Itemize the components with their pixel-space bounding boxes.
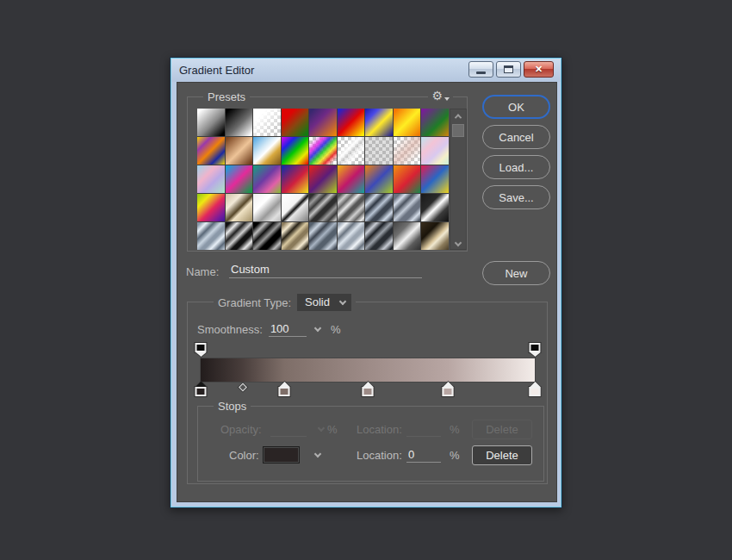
opacity-stops-row	[201, 343, 535, 358]
cancel-button[interactable]: Cancel	[482, 125, 550, 149]
opacity-label: Opacity:	[220, 423, 262, 436]
window-title: Gradient Editor	[179, 64, 254, 77]
opacity-location-label: Location:	[357, 423, 402, 436]
preset-tile-silver[interactable]	[253, 194, 281, 221]
save-button[interactable]: Save...	[482, 185, 550, 209]
preset-tile-violet-to-orange[interactable]	[309, 109, 337, 136]
ok-button[interactable]: OK	[482, 95, 550, 119]
preset-tile-yellow-violet-orange-blue[interactable]	[197, 137, 225, 165]
chevron-down-icon[interactable]	[314, 451, 321, 457]
preset-tile-spectrum[interactable]	[282, 137, 309, 165]
color-stop-25[interactable]	[279, 382, 290, 396]
preset-tile-transparent-rainbow[interactable]	[309, 137, 337, 165]
preset-tile-purple-green-orange[interactable]	[421, 109, 449, 136]
preset-tile-steel-blue[interactable]	[394, 194, 421, 221]
preset-tile-transparent-stripes[interactable]	[338, 137, 365, 165]
preset-tile-slate-chrome[interactable]	[309, 222, 337, 250]
color-stops-row	[201, 382, 535, 399]
smoothness-row: Smoothness: %	[197, 321, 340, 337]
color-stop-100[interactable]	[530, 382, 541, 396]
delete-color-stop-button[interactable]: Delete	[472, 445, 532, 465]
gradient-type-select[interactable]: Solid	[297, 294, 351, 311]
dialog-body: Presets ⚙ OK Cancel Load... Save... Name…	[177, 82, 557, 502]
color-swatch[interactable]	[263, 446, 300, 464]
gradient-type-label: Gradient Type:	[218, 296, 291, 309]
preset-tile-steel-blue-dark[interactable]	[365, 194, 393, 221]
preset-tile-white-to-black[interactable]	[197, 109, 225, 136]
preset-tile-steel-gray[interactable]	[338, 194, 365, 221]
opacity-unit: %	[327, 423, 338, 436]
preset-tile-copper[interactable]	[226, 137, 253, 165]
gear-icon: ⚙	[431, 89, 443, 103]
preset-tile-dark-silver-stripes[interactable]	[365, 222, 393, 250]
preset-tile-blue-yellow-blue[interactable]	[365, 109, 393, 136]
preset-tile-black-to-white[interactable]	[226, 109, 253, 136]
midpoint-diamond[interactable]	[239, 383, 247, 392]
color-stop-74[interactable]	[443, 382, 454, 396]
preset-tile-chrome[interactable]	[282, 194, 309, 221]
delete-opacity-stop-button: Delete	[472, 420, 532, 439]
preset-tile-bw-chrome[interactable]	[226, 222, 253, 250]
preset-tile-blue-red-yellow-2[interactable]	[282, 165, 309, 193]
opacity-input	[270, 422, 307, 437]
chevron-down-icon[interactable]	[314, 325, 321, 332]
color-location-label: Location:	[357, 449, 402, 462]
load-button[interactable]: Load...	[482, 155, 550, 179]
color-location-input[interactable]	[406, 448, 441, 463]
chevron-up-icon	[455, 114, 462, 121]
stops-group: Stops Opacity: % Location: % Delete Colo…	[197, 406, 544, 482]
gradient-type-value: Solid	[305, 296, 330, 308]
minimize-button[interactable]	[468, 61, 493, 78]
preset-tile-pastel-rainbow[interactable]	[197, 165, 225, 193]
preset-tile-black-white-band[interactable]	[421, 194, 449, 221]
chevron-down-icon	[339, 297, 346, 304]
preset-tile-lime-yellow-red-violet[interactable]	[197, 194, 225, 221]
color-label: Color:	[229, 449, 259, 462]
gradient-preview-bar[interactable]	[201, 358, 535, 382]
preset-tile-blue-red-yellow[interactable]	[338, 109, 365, 136]
close-button[interactable]: ✕	[524, 61, 554, 78]
preset-tile-transparent[interactable]	[365, 137, 393, 165]
preset-tile-red-violet-lime[interactable]	[309, 165, 337, 193]
preset-tile-silver-blue-stripes[interactable]	[338, 222, 365, 250]
gradient-editor-dialog: Gradient Editor ✕ Presets ⚙ OK Cancel Lo…	[170, 57, 562, 508]
preset-tile-red-to-green[interactable]	[282, 109, 309, 136]
preset-tile-black-silver[interactable]	[253, 222, 281, 250]
smoothness-unit: %	[331, 323, 341, 336]
maximize-button[interactable]	[496, 61, 521, 78]
presets-scrollbar[interactable]	[450, 109, 467, 250]
color-location-unit: %	[450, 449, 460, 462]
preset-tile-red-blue-yellow[interactable]	[421, 165, 449, 193]
close-icon: ✕	[535, 64, 543, 75]
opacity-stop-0[interactable]	[195, 343, 207, 357]
preset-tile-teal-purple-pink-green[interactable]	[253, 165, 281, 193]
scrollbar-thumb[interactable]	[452, 124, 464, 137]
preset-tile-orange-blue-lime[interactable]	[365, 165, 393, 193]
name-input[interactable]	[229, 260, 422, 278]
preset-tile-white-to-transparent[interactable]	[253, 109, 281, 136]
smoothness-input[interactable]	[269, 321, 307, 337]
preset-tile-orange-yellow-orange[interactable]	[394, 109, 421, 136]
preset-tile-transparent-rose[interactable]	[394, 137, 421, 165]
presets-menu-button[interactable]: ⚙	[428, 89, 453, 103]
preset-tile-blue-chrome[interactable]	[197, 222, 225, 250]
scroll-down-button[interactable]	[450, 237, 466, 248]
preset-tile-orange-red-green[interactable]	[394, 165, 421, 193]
preset-tile-gold-magenta-teal[interactable]	[338, 165, 365, 193]
preset-tile-bronze-dark[interactable]	[421, 222, 449, 250]
new-button[interactable]: New	[482, 261, 550, 285]
color-stop-0[interactable]	[195, 382, 207, 396]
preset-tile-sandstone-metal[interactable]	[226, 194, 253, 221]
preset-tile-pastel-soft[interactable]	[421, 137, 449, 165]
preset-tile-dark-metal[interactable]	[309, 194, 337, 221]
preset-tile-gray-white-stripes[interactable]	[394, 222, 421, 250]
color-stop-50[interactable]	[363, 382, 374, 396]
gradient-type-row: Gradient Type: Solid	[214, 294, 356, 311]
opacity-stop-100[interactable]	[530, 343, 541, 357]
titlebar[interactable]: Gradient Editor ✕	[171, 59, 561, 82]
preset-tile-chrome-blue-gold[interactable]	[253, 137, 281, 165]
preset-tile-brass-chrome[interactable]	[282, 222, 309, 250]
scroll-up-button[interactable]	[450, 110, 466, 121]
preset-tile-cyan-magenta-green[interactable]	[226, 165, 253, 193]
opacity-location-input	[406, 422, 441, 437]
